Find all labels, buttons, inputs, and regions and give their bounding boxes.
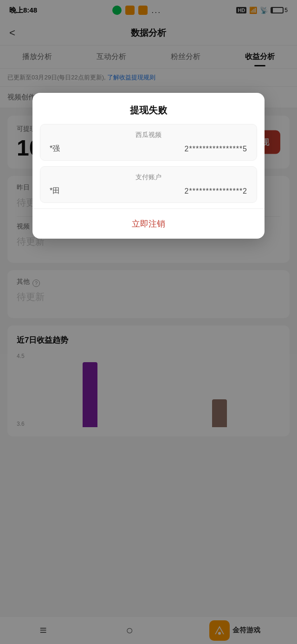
modal-xigua-row: *强 2****************5 bbox=[50, 144, 247, 154]
modal-section-pay: 支付账户 *田 2****************2 bbox=[40, 166, 257, 203]
page-wrapper: 晚上8:48 ... HD 📶 📡 5 < 数据分析 播放分析 互动分析 粉丝分… bbox=[0, 0, 297, 644]
modal-pay-value: 2****************2 bbox=[185, 187, 247, 195]
modal-cancel-button[interactable]: 立即注销 bbox=[32, 208, 265, 239]
modal-xigua-title: 西瓜视频 bbox=[50, 131, 247, 139]
modal-pay-label: *田 bbox=[50, 186, 60, 196]
modal-xigua-value: 2****************5 bbox=[185, 145, 247, 153]
modal-xigua-label: *强 bbox=[50, 144, 60, 154]
modal-section-xigua: 西瓜视频 *强 2****************5 bbox=[40, 124, 257, 161]
modal-overlay: 提现失败 西瓜视频 *强 2****************5 支付账户 *田 … bbox=[0, 0, 297, 644]
modal-title: 提现失败 bbox=[32, 93, 265, 124]
modal-pay-row: *田 2****************2 bbox=[50, 186, 247, 196]
modal-dialog: 提现失败 西瓜视频 *强 2****************5 支付账户 *田 … bbox=[32, 93, 265, 239]
modal-pay-title: 支付账户 bbox=[50, 173, 247, 182]
